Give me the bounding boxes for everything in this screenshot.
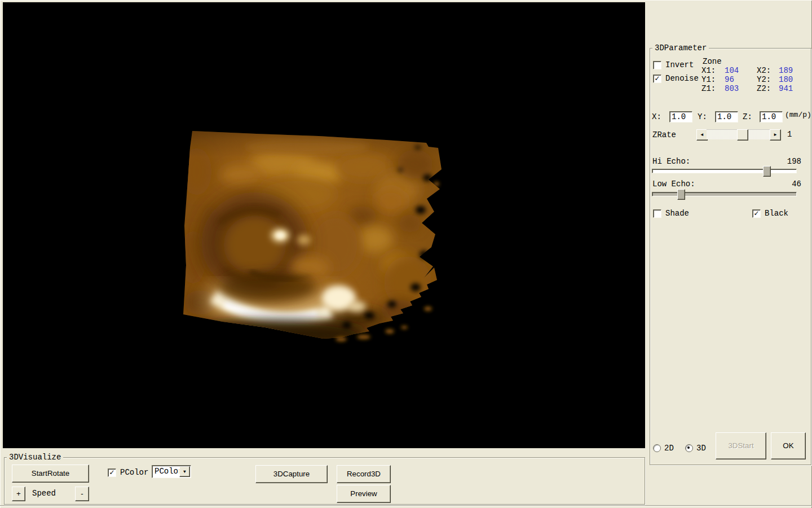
black-label: Black bbox=[765, 209, 788, 218]
z-scale-label: Z: bbox=[743, 113, 752, 121]
zone-x1-value: 104 bbox=[725, 67, 739, 75]
zone-z2-value: 941 bbox=[779, 85, 793, 93]
pcolor-dropdown-value: PColor bbox=[155, 467, 183, 476]
zone-z1-value: 803 bbox=[725, 85, 739, 93]
invert-label: Invert bbox=[665, 60, 694, 69]
y-scale-label: Y: bbox=[698, 113, 707, 121]
low-echo-label: Low Echo: bbox=[652, 180, 695, 189]
app-window: 3DParameter ✓ Invert ✓ Denoise Zone X1: … bbox=[0, 0, 812, 508]
mode-2d-radio[interactable]: 2D bbox=[653, 444, 674, 453]
zrate-scroll-thumb[interactable] bbox=[737, 129, 748, 141]
low-echo-slider[interactable] bbox=[652, 189, 797, 199]
zone-x2-value: 189 bbox=[779, 67, 793, 75]
zrate-value: 1 bbox=[787, 130, 792, 139]
window-bottom-highlight bbox=[0, 506, 812, 506]
zone-y1-label: Y1: bbox=[701, 76, 716, 84]
pcolor-checkbox-box[interactable]: ✓ bbox=[108, 468, 116, 477]
zone-z1-label: Z1: bbox=[701, 85, 716, 93]
zrate-scroll-left-button[interactable]: ◄ bbox=[696, 129, 708, 141]
pcolor-dropdown-button[interactable]: ▼ bbox=[179, 466, 190, 477]
visualize-group-title: 3DVisualize bbox=[7, 453, 63, 462]
y-scale-input[interactable] bbox=[715, 111, 738, 122]
zone-y1-value: 96 bbox=[725, 76, 734, 84]
low-echo-slider-track[interactable] bbox=[652, 192, 797, 196]
hi-echo-value: 198 bbox=[779, 157, 801, 166]
arrow-left-icon: ◄ bbox=[701, 133, 704, 137]
black-checkbox[interactable]: ✓ Black bbox=[752, 209, 788, 218]
pcolor-checkbox[interactable]: ✓ PColor bbox=[108, 468, 148, 477]
shade-checkbox-box[interactable]: ✓ bbox=[653, 209, 661, 218]
zone-label: Zone bbox=[703, 58, 722, 66]
start3d-button: 3DStart bbox=[716, 432, 766, 459]
black-checkbox-box[interactable]: ✓ bbox=[752, 209, 761, 218]
pcolor-dropdown[interactable]: PColor ▼ bbox=[152, 465, 191, 478]
shade-checkbox[interactable]: ✓ Shade bbox=[653, 209, 689, 218]
invert-checkbox-box[interactable]: ✓ bbox=[653, 61, 661, 69]
zrate-label: ZRate bbox=[652, 131, 676, 139]
mode-2d-radio-circle[interactable] bbox=[653, 444, 661, 452]
visualize-groupbox: 3DVisualize StartRotate + Speed - ✓ PCol… bbox=[4, 457, 645, 505]
speed-plus-button[interactable]: + bbox=[12, 487, 25, 501]
denoise-checkbox-box[interactable]: ✓ bbox=[653, 75, 661, 83]
x-scale-label: X: bbox=[652, 113, 661, 121]
low-echo-value: 46 bbox=[779, 180, 801, 189]
zrate-scroll-track[interactable] bbox=[707, 129, 771, 139]
zrate-scroll-right-button[interactable]: ► bbox=[770, 129, 781, 141]
parameter-groupbox: 3DParameter ✓ Invert ✓ Denoise Zone X1: … bbox=[650, 48, 811, 465]
start-rotate-button[interactable]: StartRotate bbox=[12, 465, 89, 483]
chevron-down-icon: ▼ bbox=[183, 470, 186, 474]
z-scale-input[interactable] bbox=[760, 111, 783, 122]
scale-unit-label: (mm/p) bbox=[785, 111, 811, 119]
zone-x2-label: X2: bbox=[757, 67, 771, 75]
checkmark-icon: ✓ bbox=[109, 470, 114, 475]
arrow-right-icon: ► bbox=[774, 133, 777, 137]
render-viewport[interactable] bbox=[3, 2, 645, 448]
checkmark-icon: ✓ bbox=[753, 211, 759, 216]
mode-3d-radio-circle[interactable] bbox=[685, 444, 693, 452]
x-scale-input[interactable] bbox=[669, 111, 692, 122]
parameter-group-title: 3DParameter bbox=[652, 43, 709, 52]
zone-z2-label: Z2: bbox=[757, 85, 771, 93]
speed-minus-button[interactable]: - bbox=[75, 487, 89, 501]
denoise-label: Denoise bbox=[665, 74, 699, 83]
preview-button[interactable]: Preview bbox=[337, 485, 391, 503]
ok-button[interactable]: OK bbox=[771, 432, 806, 459]
zone-x1-label: X1: bbox=[701, 67, 716, 75]
hi-echo-label: Hi Echo: bbox=[652, 157, 690, 166]
hi-echo-slider-track[interactable] bbox=[652, 169, 797, 173]
zrate-scrollbar[interactable]: ◄ ► bbox=[696, 129, 781, 139]
pcolor-checkbox-label: PColor bbox=[120, 468, 148, 477]
record-3d-button[interactable]: Record3D bbox=[337, 465, 391, 483]
checkmark-icon: ✓ bbox=[654, 76, 660, 81]
low-echo-slider-thumb[interactable] bbox=[677, 189, 685, 200]
mode-3d-radio[interactable]: 3D bbox=[685, 444, 706, 453]
mode-3d-label: 3D bbox=[696, 444, 706, 453]
mode-2d-label: 2D bbox=[664, 444, 674, 453]
speed-label: Speed bbox=[32, 489, 56, 498]
zone-y2-label: Y2: bbox=[757, 76, 771, 84]
hi-echo-slider[interactable] bbox=[652, 166, 797, 176]
ultrasound-3d-render bbox=[3, 2, 645, 448]
hi-echo-slider-thumb[interactable] bbox=[763, 166, 771, 177]
invert-checkbox[interactable]: ✓ Invert bbox=[653, 60, 694, 69]
zone-y2-value: 180 bbox=[779, 76, 793, 84]
denoise-checkbox[interactable]: ✓ Denoise bbox=[653, 74, 699, 83]
shade-label: Shade bbox=[665, 209, 689, 218]
capture-3d-button[interactable]: 3DCapture bbox=[255, 465, 328, 483]
